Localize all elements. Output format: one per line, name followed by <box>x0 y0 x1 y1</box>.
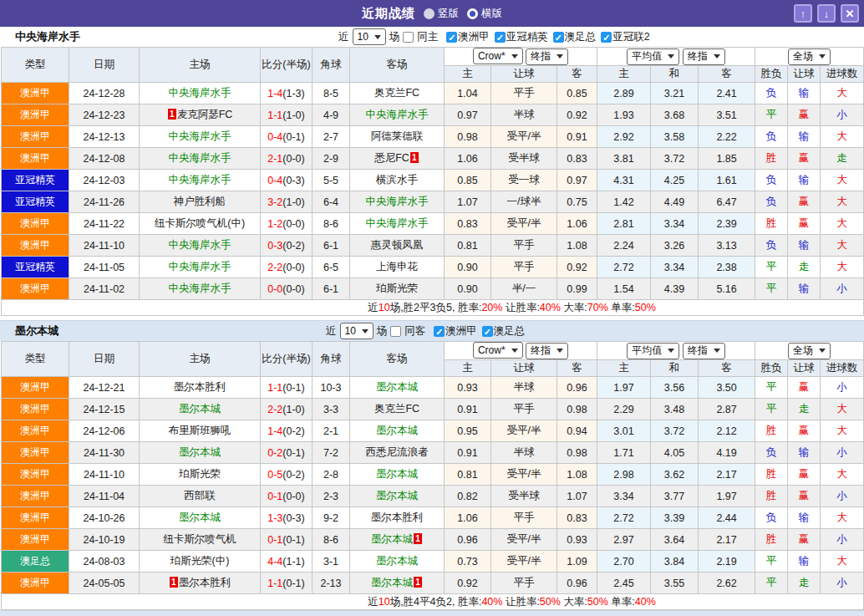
league-filters: ✓澳洲甲✓澳足总 <box>429 324 525 339</box>
away-team-name[interactable]: 墨尔本城 <box>371 577 413 588</box>
move-up-button[interactable]: ↑ <box>794 4 812 23</box>
result-text: 胜 <box>766 217 777 229</box>
away-team-name[interactable]: 墨尔本城 <box>376 468 418 480</box>
odds-cell: 0.93 <box>557 529 597 551</box>
match-date: 24-11-26 <box>69 191 140 213</box>
home-team-name[interactable]: 中央海岸水手 <box>169 239 231 251</box>
away-team-name[interactable]: 中央海岸水手 <box>366 109 429 120</box>
home-team-name[interactable]: 墨尔本胜利 <box>179 577 231 588</box>
home-team-name[interactable]: 纽卡斯尔喷气机(中) <box>155 217 245 229</box>
checkbox-checked-icon[interactable]: ✓ <box>553 32 564 43</box>
result-text: 小 <box>836 490 847 501</box>
same-venue-checkbox[interactable] <box>390 326 401 337</box>
away-team-name[interactable]: 珀斯光荣 <box>376 283 418 294</box>
checkbox-checked-icon[interactable]: ✓ <box>446 32 457 43</box>
away-team-name[interactable]: 悉尼FC <box>374 152 409 164</box>
close-button[interactable]: ✕ <box>841 4 859 23</box>
layout-radio-horizontal[interactable]: 横版 <box>467 7 502 21</box>
home-team-name[interactable]: 麦克阿瑟FC <box>177 109 233 120</box>
odds-time-value: 终指 <box>531 49 551 64</box>
home-team-name[interactable]: 墨尔本胜利 <box>174 381 226 393</box>
checkbox-checked-icon[interactable]: ✓ <box>601 32 612 43</box>
checkbox-checked-icon[interactable]: ✓ <box>482 326 493 337</box>
away-team-name[interactable]: 墨尔本城 <box>376 381 418 393</box>
odds-time-select[interactable]: 终指 <box>526 343 568 359</box>
bookmaker-select[interactable]: Crow* <box>473 48 523 64</box>
odds-cell: 0.98 <box>445 126 491 148</box>
away-team-cell: 墨尔本城1 <box>350 573 445 594</box>
bookmaker-value: Crow* <box>478 50 506 62</box>
table-row: 亚冠精英24-12-03中央海岸水手0-4(0-3)5-5横滨水手0.85受一球… <box>2 170 864 191</box>
home-team-name[interactable]: 中央海岸水手 <box>169 174 231 186</box>
layout-radio-vertical[interactable]: 竖版 <box>424 7 459 21</box>
result-text: 大 <box>836 174 847 186</box>
away-team-name[interactable]: 墨尔本城 <box>376 490 418 501</box>
average-select[interactable]: 平均值 <box>627 343 679 359</box>
odds-cell: 3.21 <box>651 83 699 104</box>
away-team-name[interactable]: 中央海岸水手 <box>366 196 429 207</box>
away-team-name[interactable]: 横滨水手 <box>376 174 418 186</box>
home-team-name[interactable]: 西部联 <box>184 490 216 501</box>
average-select[interactable]: 平均值 <box>627 48 679 65</box>
avg-time-select[interactable]: 终指 <box>683 48 725 65</box>
away-team-name[interactable]: 墨尔本城 <box>376 555 418 567</box>
games-count-select[interactable]: 10 <box>353 28 386 45</box>
away-team-name[interactable]: 墨尔本城 <box>376 425 418 436</box>
home-team-name[interactable]: 珀斯光荣 <box>179 468 221 480</box>
home-team-name[interactable]: 纽卡斯尔喷气机 <box>163 533 236 545</box>
move-down-button[interactable]: ↓ <box>817 4 836 23</box>
halftime-score: (0-0) <box>282 262 304 273</box>
home-team-name[interactable]: 中央海岸水手 <box>169 152 231 164</box>
checkbox-checked-icon[interactable]: ✓ <box>495 32 506 43</box>
odds-time-select[interactable]: 终指 <box>526 48 568 65</box>
away-team-name[interactable]: 上海申花 <box>376 261 418 272</box>
result-text: 赢 <box>799 533 810 545</box>
result-cell: 输 <box>788 278 821 300</box>
home-team-name[interactable]: 中央海岸水手 <box>169 261 231 272</box>
radio-selected-icon[interactable] <box>467 8 478 19</box>
league-filter[interactable]: ✓澳洲甲 <box>446 30 490 44</box>
away-team-name[interactable]: 中央海岸水手 <box>366 217 429 229</box>
home-team-name[interactable]: 墨尔本城 <box>179 446 221 458</box>
bookmaker-select[interactable]: Crow* <box>473 342 523 359</box>
league-filter[interactable]: ✓亚冠精英 <box>495 30 548 44</box>
radio-unselected-icon[interactable] <box>424 8 435 19</box>
home-team-name[interactable]: 中央海岸水手 <box>169 130 231 142</box>
league-filter[interactable]: ✓澳足总 <box>482 324 526 339</box>
games-count-select[interactable]: 10 <box>340 323 374 339</box>
near-label: 近 <box>326 324 337 339</box>
summary-text: 大率: <box>561 302 587 313</box>
away-team-name[interactable]: 西悉尼流浪者 <box>366 446 429 458</box>
away-team-name[interactable]: 墨尔本胜利 <box>371 512 424 523</box>
result-text: 大 <box>836 425 847 436</box>
league-badge: 澳洲甲 <box>2 399 69 420</box>
home-team-name[interactable]: 布里斯班狮吼 <box>169 425 231 436</box>
away-team-name[interactable]: 奥克兰FC <box>374 403 419 415</box>
scope-select[interactable]: 全场 <box>788 343 831 359</box>
same-venue-checkbox[interactable] <box>403 32 414 43</box>
scope-select[interactable]: 全场 <box>788 48 831 65</box>
table-row: 澳洲甲24-11-30墨尔本城0-2(0-1)7-2西悉尼流浪者0.91半球0.… <box>2 442 864 464</box>
odds-cell: 受平/半 <box>491 126 557 148</box>
summary-text: 场,胜4平4负2, 胜率: <box>390 596 482 608</box>
away-team-name[interactable]: 惠灵顿凤凰 <box>371 239 424 251</box>
home-team-name[interactable]: 中央海岸水手 <box>169 283 231 294</box>
league-filter-label: 澳足总 <box>565 30 597 44</box>
match-date: 24-12-28 <box>69 83 140 104</box>
away-team-name[interactable]: 墨尔本城 <box>371 533 413 545</box>
home-team-name[interactable]: 墨尔本城 <box>179 403 221 415</box>
home-team-name[interactable]: 中央海岸水手 <box>169 87 231 99</box>
corners-cell: 3-3 <box>313 399 350 420</box>
league-filter[interactable]: ✓澳足总 <box>553 30 597 44</box>
league-filter[interactable]: ✓澳洲甲 <box>434 324 477 339</box>
home-team-name[interactable]: 墨尔本城 <box>179 512 221 523</box>
away-team-name[interactable]: 阿德莱德联 <box>371 130 424 142</box>
result-text: 平 <box>766 109 777 120</box>
avg-time-select[interactable]: 终指 <box>683 343 725 359</box>
checkbox-checked-icon[interactable]: ✓ <box>434 326 445 337</box>
away-team-name[interactable]: 奥克兰FC <box>374 87 419 99</box>
league-filter[interactable]: ✓亚冠联2 <box>601 30 649 44</box>
home-team-name[interactable]: 珀斯光荣(中) <box>170 555 230 567</box>
odds-cell: 0.82 <box>445 486 491 507</box>
home-team-name[interactable]: 神户胜利船 <box>174 196 226 207</box>
